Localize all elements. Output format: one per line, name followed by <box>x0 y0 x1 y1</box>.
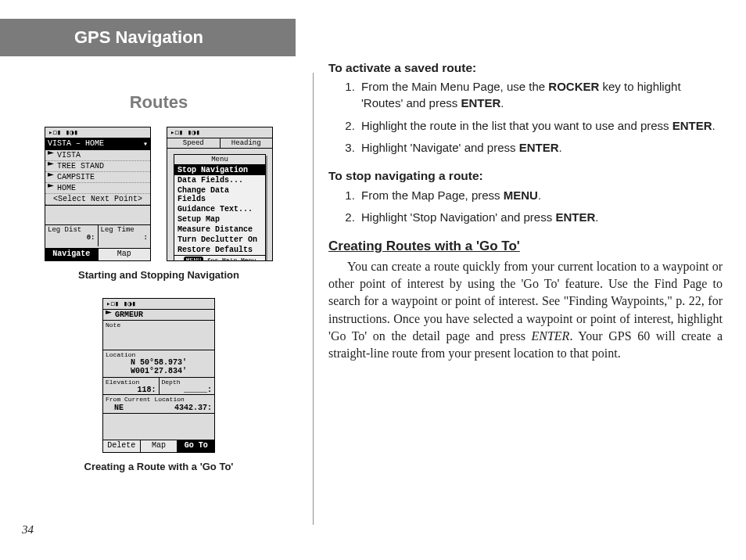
screenshots-row-2: ▸◻▮ ▮◑▮ GRMEUR Note Location N 50°58.973… <box>22 298 296 453</box>
column-divider <box>313 73 314 525</box>
speed-label: Speed <box>167 138 221 148</box>
navigate-button[interactable]: Navigate <box>45 249 99 260</box>
screenshot-map-menu: ▸◻▮ ▮◑▮ Speed Heading Menu Stop Navigati… <box>167 127 273 261</box>
waypoint-name-row: GRMEUR <box>103 310 214 321</box>
flag-icon <box>48 173 54 179</box>
data-fields-row: Speed Heading <box>167 138 272 149</box>
caption-goto: Creating a Route with a 'Go To' <box>22 461 296 472</box>
menu-footer: MENU for Main Menu <box>174 255 265 261</box>
note-field <box>103 328 214 350</box>
page-number: 34 <box>22 523 34 537</box>
menu-key-pill: MENU <box>184 257 203 261</box>
bearing-distance-row: NE 4342.37: <box>103 403 214 414</box>
status-bar: ▸◻▮ ▮◑▮ <box>167 127 272 138</box>
header-title: GPS Navigation <box>74 27 203 48</box>
step: From the Map Page, press MENU. <box>358 188 723 204</box>
popup-menu: Menu Stop Navigation Data Fields... Chan… <box>174 154 266 261</box>
step: Highlight the route in the list that you… <box>358 118 723 135</box>
menu-title: Menu <box>174 155 265 165</box>
depth-value: _____: <box>160 386 215 394</box>
location-value: N 50°58.973' W001°27.834' <box>103 358 214 378</box>
heading-label: Heading <box>221 138 273 148</box>
activate-lead: To activate a saved route: <box>328 59 723 76</box>
leg-time-value: : <box>101 234 149 242</box>
menu-item[interactable]: Change Data Fields <box>174 185 265 204</box>
menu-item-stop-navigation[interactable]: Stop Navigation <box>174 165 265 175</box>
status-bar: ▸◻▮ ▮◑▮ <box>45 127 150 138</box>
menu-item[interactable]: Guidance Text... <box>174 204 265 214</box>
list-item: CAMPSITE <box>45 172 150 183</box>
goto-body: You can create a route quickly from your… <box>328 258 723 361</box>
menu-item[interactable]: Setup Map <box>174 214 265 224</box>
left-column: Routes ▸◻▮ ▮◑▮ VISTA – HOME▾ VISTA TREE … <box>22 70 296 472</box>
softkey-row: Navigate Map <box>45 248 150 260</box>
map-button[interactable]: Map <box>99 249 151 260</box>
route-name-bar: VISTA – HOME▾ <box>45 138 150 150</box>
menu-item[interactable]: Restore Defaults <box>174 245 265 255</box>
screenshot-route-list: ▸◻▮ ▮◑▮ VISTA – HOME▾ VISTA TREE STAND C… <box>45 127 151 261</box>
elevation-label: Elevation <box>103 378 159 386</box>
map-button[interactable]: Map <box>141 440 178 452</box>
goto-button[interactable]: Go To <box>178 440 214 452</box>
list-item: VISTA <box>45 150 150 161</box>
softkey-row: Delete Map Go To <box>103 440 214 452</box>
stop-lead: To stop navigating a route: <box>328 167 723 184</box>
waypoint-list: VISTA TREE STAND CAMPSITE HOME <Select N… <box>45 150 150 206</box>
leg-dist-label: Leg Dist <box>48 226 95 234</box>
flag-icon <box>48 162 54 168</box>
screenshots-row-1: ▸◻▮ ▮◑▮ VISTA – HOME▾ VISTA TREE STAND C… <box>22 127 296 261</box>
depth-label: Depth <box>160 378 215 386</box>
flag-icon <box>106 311 112 317</box>
elevation-value: 118: <box>103 386 159 394</box>
flag-icon <box>48 184 54 190</box>
caption-starting-stopping: Starting and Stopping Navigation <box>22 269 296 281</box>
distance-value: 4342.37: <box>132 404 212 412</box>
header-bar: GPS Navigation <box>0 19 296 56</box>
elev-depth-row: Elevation 118: Depth _____: <box>103 378 214 395</box>
list-item: TREE STAND <box>45 161 150 172</box>
step: Highlight 'Stop Navigation' and press EN… <box>358 210 723 226</box>
menu-item[interactable]: Data Fields... <box>174 175 265 185</box>
list-item: HOME <box>45 183 150 194</box>
leg-time-label: Leg Time <box>101 226 149 234</box>
status-bar: ▸◻▮ ▮◑▮ <box>103 299 214 310</box>
flag-icon <box>48 151 54 157</box>
screenshot-waypoint-detail: ▸◻▮ ▮◑▮ GRMEUR Note Location N 50°58.973… <box>102 298 215 453</box>
menu-item[interactable]: Measure Distance <box>174 224 265 235</box>
section-title: Routes <box>22 92 296 113</box>
from-current-label: From Current Location <box>103 395 214 403</box>
goto-heading: Creating Routes with a 'Go To' <box>328 237 723 255</box>
stop-steps: From the Map Page, press MENU. Highlight… <box>328 188 723 226</box>
menu-item[interactable]: Turn Declutter On <box>174 235 265 245</box>
activate-steps: From the Main Menu Page, use the ROCKER … <box>328 79 723 156</box>
leg-dist-value: 0: <box>48 234 95 242</box>
step: Highlight 'Navigate' and press ENTER. <box>358 140 723 156</box>
note-label: Note <box>103 321 214 328</box>
delete-button[interactable]: Delete <box>103 440 141 452</box>
list-item: <Select Next Point> <box>45 194 150 205</box>
location-label: Location <box>103 350 214 358</box>
bearing-value: NE <box>106 404 132 412</box>
step: From the Main Menu Page, use the ROCKER … <box>358 79 723 111</box>
stats-row: Leg Dist 0: Leg Time : <box>45 224 150 246</box>
right-column: To activate a saved route: From the Main… <box>328 59 723 362</box>
